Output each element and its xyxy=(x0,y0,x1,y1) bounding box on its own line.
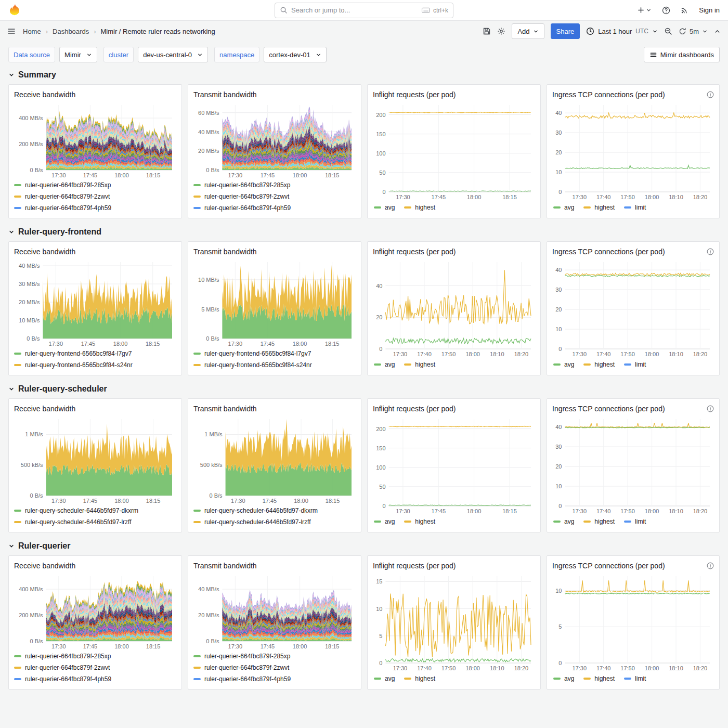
legend-item[interactable]: ruler-query-scheduler-6446b5fd97-dkxrm xyxy=(193,505,356,516)
chart-canvas[interactable]: 01020304017:3017:4017:5018:0018:1018:20 xyxy=(552,415,714,514)
panel-title[interactable]: Inflight requests (per pod) xyxy=(373,562,456,570)
chart-canvas[interactable]: 0 B/s20 MB/s40 MB/s60 MB/s17:3017:4518:0… xyxy=(193,101,356,178)
panel-title[interactable]: Receive bandwidth xyxy=(14,562,75,570)
legend-item[interactable]: highest xyxy=(583,673,615,684)
legend-item[interactable]: highest xyxy=(404,359,435,370)
chart-canvas[interactable]: 05010015020017:3017:4518:0018:15 xyxy=(373,101,535,200)
chart-canvas[interactable]: 0204017:3017:4017:5018:0018:1018:20 xyxy=(373,258,535,357)
legend-item[interactable]: limit xyxy=(624,673,646,684)
breadcrumb-home[interactable]: Home xyxy=(23,28,41,35)
time-range-picker[interactable]: Last 1 hour UTC xyxy=(586,27,658,35)
panel-title[interactable]: Ingress TCP connections (per pod) xyxy=(552,248,665,256)
legend-item[interactable]: ruler-query-frontend-6565bc9f84-s24nr xyxy=(14,359,176,371)
panel-title[interactable]: Transmit bandwidth xyxy=(193,405,257,413)
save-dashboard-button[interactable] xyxy=(483,27,491,35)
variable-datasource-select[interactable]: Mimir xyxy=(59,47,97,62)
panel-title[interactable]: Inflight requests (per pod) xyxy=(373,248,456,256)
legend-item[interactable]: ruler-querier-664fbc879f-2zwvt xyxy=(193,662,356,673)
variable-cluster-select[interactable]: dev-us-central-0 xyxy=(138,47,208,62)
panel-title[interactable]: Inflight requests (per pod) xyxy=(373,90,456,99)
panel-title[interactable]: Inflight requests (per pod) xyxy=(373,405,456,413)
info-icon[interactable] xyxy=(707,248,714,255)
chart-canvas[interactable]: 0 B/s200 MB/s400 MB/s17:3017:4518:0018:1… xyxy=(14,101,176,178)
legend-item[interactable]: ruler-querier-664fbc879f-4ph59 xyxy=(14,202,176,214)
grafana-logo[interactable] xyxy=(8,4,22,17)
legend-item[interactable]: ruler-querier-664fbc879f-2zwvt xyxy=(193,191,356,202)
legend-item[interactable]: ruler-query-scheduler-6446b5fd97-dkxrm xyxy=(14,505,176,516)
legend-item[interactable]: ruler-querier-664fbc879f-4ph59 xyxy=(14,673,176,685)
breadcrumb-dashboards[interactable]: Dashboards xyxy=(53,28,89,35)
legend-item[interactable]: avg xyxy=(553,202,574,213)
legend-item[interactable]: ruler-querier-664fbc879f-2zwvt xyxy=(14,662,176,673)
info-icon[interactable] xyxy=(707,562,714,569)
panel-title[interactable]: Transmit bandwidth xyxy=(193,90,257,99)
legend-item[interactable]: ruler-querier-664fbc879f-285xp xyxy=(14,179,176,191)
zoom-out-button[interactable] xyxy=(664,27,672,35)
legend-item[interactable]: ruler-querier-664fbc879f-4ph59 xyxy=(193,673,356,685)
legend-item[interactable]: ruler-query-frontend-6565bc9f84-s24nr xyxy=(193,359,356,371)
legend-item[interactable]: ruler-querier-664fbc879f-285xp xyxy=(193,651,356,662)
legend-item[interactable]: ruler-query-frontend-6565bc9f84-l7gv7 xyxy=(14,348,176,359)
add-button[interactable]: Add xyxy=(512,23,544,39)
help-button[interactable] xyxy=(662,6,670,15)
legend-item[interactable]: ruler-query-scheduler-6446b5fd97-lrzff xyxy=(193,516,356,528)
legend-item[interactable]: limit xyxy=(624,359,646,370)
chart-canvas[interactable]: 051017:3017:4017:5018:0018:1018:20 xyxy=(552,572,714,671)
sign-in-link[interactable]: Sign in xyxy=(699,6,720,14)
legend-item[interactable]: avg xyxy=(374,359,395,370)
legend-item[interactable]: avg xyxy=(553,359,574,370)
legend-item[interactable]: avg xyxy=(553,673,574,684)
legend-item[interactable]: ruler-querier-664fbc879f-2zwvt xyxy=(14,191,176,202)
section-header[interactable]: Ruler-query-frontend xyxy=(8,223,720,241)
legend-item[interactable]: highest xyxy=(583,202,615,213)
variable-namespace-select[interactable]: cortex-dev-01 xyxy=(264,47,326,62)
chart-canvas[interactable]: 05010015020017:3017:4518:0018:15 xyxy=(373,415,535,514)
mimir-dashboards-button[interactable]: Mimir dashboards xyxy=(644,47,720,62)
chart-canvas[interactable]: 0 B/s5 MB/s10 MB/s17:3017:4518:0018:15 xyxy=(193,258,356,347)
legend-item[interactable]: avg xyxy=(374,202,395,213)
refresh-picker[interactable]: 5m xyxy=(679,28,708,35)
legend-item[interactable]: ruler-query-frontend-6565bc9f84-l7gv7 xyxy=(193,348,356,359)
panel-title[interactable]: Ingress TCP connections (per pod) xyxy=(552,405,665,413)
section-header[interactable]: Ruler-query-scheduler xyxy=(8,380,720,398)
legend-item[interactable]: highest xyxy=(404,673,435,684)
legend-item[interactable]: highest xyxy=(583,516,615,527)
search-input[interactable]: Search or jump to... ctrl+k xyxy=(275,3,453,18)
news-button[interactable] xyxy=(681,6,688,14)
new-button[interactable] xyxy=(637,6,652,14)
legend-item[interactable]: limit xyxy=(624,516,646,527)
legend-item[interactable]: ruler-query-scheduler-6446b5fd97-lrzff xyxy=(14,516,176,528)
panel-title[interactable]: Ingress TCP connections (per pod) xyxy=(552,562,665,570)
info-icon[interactable] xyxy=(707,91,714,98)
panel-title[interactable]: Receive bandwidth xyxy=(14,248,75,256)
legend-item[interactable]: avg xyxy=(553,516,574,527)
legend-item[interactable]: avg xyxy=(374,516,395,527)
panel-title[interactable]: Transmit bandwidth xyxy=(193,562,257,570)
chart-canvas[interactable]: 01020304017:3017:4017:5018:0018:1018:20 xyxy=(552,101,714,200)
legend-item[interactable]: ruler-querier-664fbc879f-285xp xyxy=(14,651,176,662)
chart-canvas[interactable]: 0 B/s20 MB/s40 MB/s17:3017:4518:0018:15 xyxy=(193,572,356,649)
legend-item[interactable]: highest xyxy=(404,516,435,527)
share-button[interactable]: Share xyxy=(551,23,580,39)
legend-item[interactable]: ruler-querier-664fbc879f-4ph59 xyxy=(193,202,356,214)
chart-canvas[interactable]: 0 B/s500 kB/s1 MB/s17:3017:4518:0018:15 xyxy=(14,415,176,504)
panel-title[interactable]: Transmit bandwidth xyxy=(193,248,257,256)
dashboard-settings-button[interactable] xyxy=(497,27,505,35)
legend-item[interactable]: avg xyxy=(374,673,395,684)
legend-item[interactable]: limit xyxy=(624,202,646,213)
section-header[interactable]: Ruler-querier xyxy=(8,537,720,555)
chart-canvas[interactable]: 0 B/s200 MB/s400 MB/s17:3017:4518:0018:1… xyxy=(14,572,176,649)
legend-item[interactable]: ruler-querier-664fbc879f-285xp xyxy=(193,179,356,191)
chart-canvas[interactable]: 05101517:3017:4017:5018:0018:1018:20 xyxy=(373,572,535,671)
chart-canvas[interactable]: 01020304017:3017:4017:5018:0018:1018:20 xyxy=(552,258,714,357)
legend-item[interactable]: highest xyxy=(404,202,435,213)
legend-item[interactable]: highest xyxy=(583,359,615,370)
chart-canvas[interactable]: 0 B/s10 MB/s20 MB/s30 MB/s40 MB/s17:3017… xyxy=(14,258,176,347)
panel-title[interactable]: Receive bandwidth xyxy=(14,90,75,99)
section-header[interactable]: Summary xyxy=(8,66,720,84)
panel-title[interactable]: Ingress TCP connections (per pod) xyxy=(552,90,665,99)
info-icon[interactable] xyxy=(707,405,714,412)
chart-canvas[interactable]: 0 B/s500 kB/s1 MB/s17:3017:4518:0018:15 xyxy=(193,415,356,504)
panel-title[interactable]: Receive bandwidth xyxy=(14,405,75,413)
kiosk-toggle-button[interactable] xyxy=(714,28,721,35)
